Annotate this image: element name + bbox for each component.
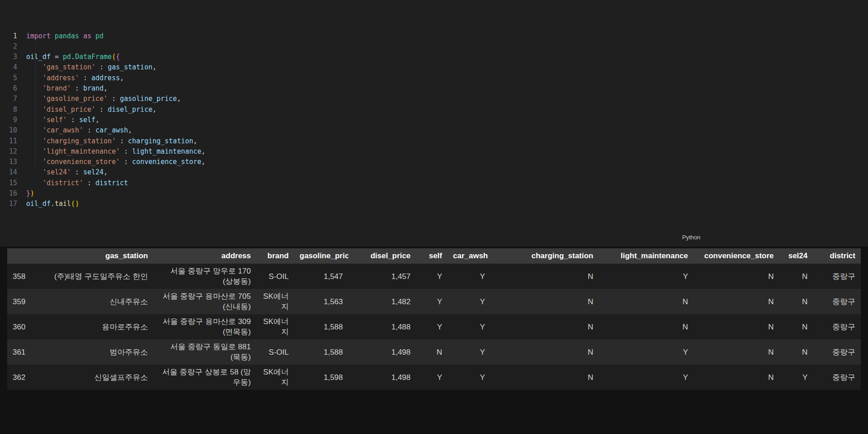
- cell-charging_station: N: [490, 365, 599, 390]
- code-text: 'gasoline_price' : gasoline_price,: [26, 94, 181, 104]
- table-row: 361범아주유소서울 중랑구 동일로 881 (묵동)S-OIL1,5881,4…: [7, 339, 861, 365]
- cell-gasoline_price: 1,588: [294, 314, 348, 339]
- code-editor: 1import pandas as pd23oil_df = pd.DataFr…: [0, 10, 868, 230]
- code-line[interactable]: 11 'charging_station' : charging_station…: [0, 136, 868, 146]
- line-number: 13: [0, 157, 26, 167]
- cell-disel_price: 1,482: [348, 289, 416, 314]
- code-text: 'brand' : brand,: [26, 83, 108, 94]
- cell-car_awsh: Y: [448, 365, 490, 390]
- code-line[interactable]: 16}): [0, 188, 868, 199]
- line-number: 1: [0, 31, 26, 41]
- cell-charging_station: N: [490, 314, 599, 339]
- table-row: 359신내주유소서울 중랑구 용마산로 705 (신내동)SK에너지1,5631…: [7, 289, 861, 314]
- cell-light_maintenance: Y: [599, 339, 693, 365]
- code-text: oil_df.tail(): [26, 199, 79, 209]
- line-number: 3: [0, 52, 26, 62]
- cell-self: Y: [416, 365, 448, 390]
- code-line[interactable]: 2: [0, 41, 868, 52]
- code-line[interactable]: 7 'gasoline_price' : gasoline_price,: [0, 94, 868, 104]
- table-row: 362신일셀프주유소서울 중랑구 상봉로 58 (망우동)SK에너지1,5981…: [7, 365, 861, 390]
- cell-sel24: N: [779, 339, 813, 365]
- line-number: 9: [0, 115, 26, 125]
- line-number: 8: [0, 105, 26, 115]
- table-row: 358(주)태영 구도일주유소 한인서울 중랑구 망우로 170 (상봉동)S-…: [7, 264, 861, 289]
- code-line[interactable]: 14 'sel24' : sel24,: [0, 167, 868, 178]
- cell-brand: SK에너지: [256, 365, 294, 390]
- column-header-address: address: [153, 248, 256, 264]
- cell-status-bar: Python: [0, 233, 868, 242]
- code-line[interactable]: 4 'gas_station' : gas_station,: [0, 62, 868, 73]
- line-number: 7: [0, 94, 26, 104]
- column-header-car_awsh: car_awsh: [448, 248, 490, 264]
- code-line[interactable]: 3oil_df = pd.DataFrame({: [0, 52, 868, 62]
- code-line[interactable]: 10 'car_awsh' : car_awsh,: [0, 125, 868, 136]
- cell-car_awsh: Y: [448, 339, 490, 365]
- code-line[interactable]: 6 'brand' : brand,: [0, 83, 868, 94]
- code-line[interactable]: 13 'convenience_store' : convenience_sto…: [0, 157, 868, 167]
- line-number: 15: [0, 178, 26, 188]
- cell-index: 360: [7, 314, 32, 339]
- line-number: 11: [0, 136, 26, 146]
- cell-gasoline_price: 1,588: [294, 339, 348, 365]
- cell-disel_price: 1,457: [348, 264, 416, 289]
- dataframe-table: gas_stationaddressbrandgasoline_pricedis…: [7, 248, 861, 390]
- cell-charging_station: N: [490, 289, 599, 314]
- cell-car_awsh: Y: [448, 289, 490, 314]
- column-header-district: district: [813, 248, 861, 264]
- cell-gas_station: 신내주유소: [32, 289, 153, 314]
- cell-gasoline_price: 1,547: [294, 264, 348, 289]
- cell-gas_station: (주)태영 구도일주유소 한인: [32, 264, 153, 289]
- cell-sel24: N: [779, 289, 813, 314]
- cell-disel_price: 1,488: [348, 314, 416, 339]
- code-text: 'gas_station' : gas_station,: [26, 62, 157, 73]
- cell-address: 서울 중랑구 상봉로 58 (망우동): [153, 365, 256, 390]
- code-text: 'light_maintenance' : light_maintenance,: [26, 146, 205, 157]
- cell-brand: SK에너지: [256, 314, 294, 339]
- cell-convenience_store: N: [693, 314, 779, 339]
- notebook-cell: 1import pandas as pd23oil_df = pd.DataFr…: [0, 0, 868, 247]
- cell-address: 서울 중랑구 용마산로 309 (면목동): [153, 314, 256, 339]
- cell-light_maintenance: N: [599, 314, 693, 339]
- code-line[interactable]: 5 'address' : address,: [0, 73, 868, 83]
- cell-self: Y: [416, 264, 448, 289]
- cell-address: 서울 중랑구 동일로 881 (묵동): [153, 339, 256, 365]
- code-text: 'car_awsh' : car_awsh,: [26, 125, 132, 136]
- cell-sel24: N: [779, 314, 813, 339]
- code-text: 'convenience_store' : convenience_store,: [26, 157, 205, 167]
- cell-disel_price: 1,498: [348, 339, 416, 365]
- code-line[interactable]: 9 'self' : self,: [0, 115, 868, 125]
- line-number: 4: [0, 62, 26, 73]
- cell-district: 중랑구: [813, 264, 861, 289]
- column-header-sel24: sel24: [779, 248, 813, 264]
- language-picker-label[interactable]: Python: [682, 234, 700, 241]
- code-lines: 1import pandas as pd23oil_df = pd.DataFr…: [0, 31, 868, 210]
- cell-brand: S-OIL: [256, 339, 294, 365]
- cell-gas_station: 범아주유소: [32, 339, 153, 365]
- cell-light_maintenance: N: [599, 289, 693, 314]
- line-number: 12: [0, 146, 26, 157]
- code-line[interactable]: 15 'district' : district: [0, 178, 868, 188]
- cell-sel24: N: [779, 264, 813, 289]
- code-text: oil_df = pd.DataFrame({: [26, 52, 120, 62]
- code-text: 'charging_station' : charging_station,: [26, 136, 197, 146]
- cell-convenience_store: N: [693, 264, 779, 289]
- cell-index: 361: [7, 339, 32, 365]
- table-header-row: gas_stationaddressbrandgasoline_pricedis…: [7, 248, 861, 264]
- code-line[interactable]: 12 'light_maintenance' : light_maintenan…: [0, 146, 868, 157]
- cell-index: 358: [7, 264, 32, 289]
- code-line[interactable]: 17oil_df.tail(): [0, 199, 868, 209]
- code-text: 'district' : district: [26, 178, 128, 188]
- cell-self: N: [416, 339, 448, 365]
- cell-self: Y: [416, 289, 448, 314]
- cell-charging_station: N: [490, 264, 599, 289]
- cell-index: 359: [7, 289, 32, 314]
- cell-gasoline_price: 1,598: [294, 365, 348, 390]
- code-text: import pandas as pd: [26, 31, 104, 41]
- column-header-index: [7, 248, 32, 264]
- code-line[interactable]: 1import pandas as pd: [0, 31, 868, 41]
- column-header-charging_station: charging_station: [490, 248, 599, 264]
- code-line[interactable]: 8 'disel_price' : disel_price,: [0, 105, 868, 115]
- line-number: 2: [0, 41, 26, 52]
- column-header-self: self: [416, 248, 448, 264]
- code-text: 'self' : self,: [26, 115, 100, 125]
